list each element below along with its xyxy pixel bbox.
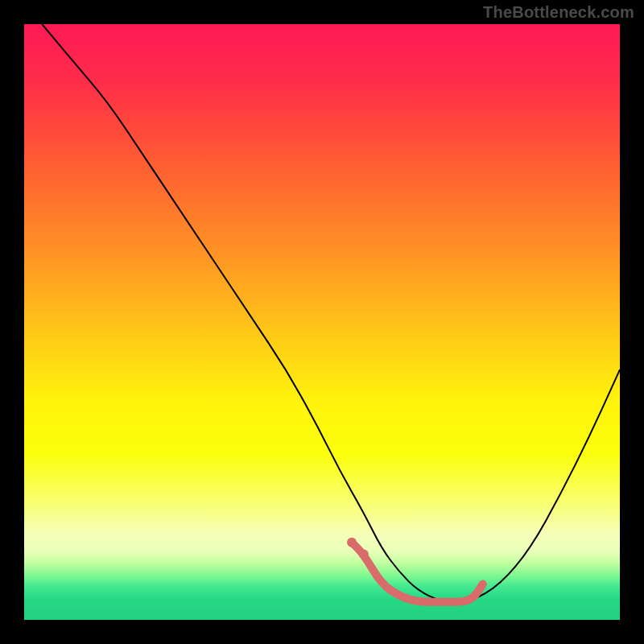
watermark-text: TheBottleneck.com — [483, 3, 634, 22]
chart-background — [24, 24, 620, 620]
dot-2 — [359, 550, 369, 559]
dot-1 — [347, 538, 357, 547]
chart-frame: TheBottleneck.com — [0, 0, 644, 644]
chart-svg — [0, 0, 644, 644]
